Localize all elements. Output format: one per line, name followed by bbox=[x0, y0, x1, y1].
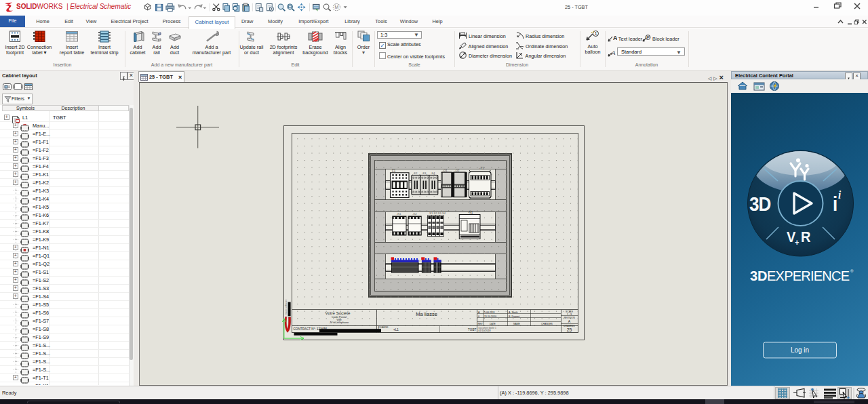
svg-text:F1: F1 bbox=[392, 169, 396, 173]
svg-text:i: i bbox=[833, 193, 837, 216]
svg-text:1 : 3: 1 : 3 bbox=[567, 313, 572, 316]
svg-text:M: M bbox=[335, 5, 339, 9]
svg-text:®: ® bbox=[850, 269, 854, 273]
svg-text:5.06.2011: 5.06.2011 bbox=[484, 311, 495, 314]
svg-text:A: A bbox=[611, 49, 616, 56]
svg-text:TGBT: TGBT bbox=[468, 328, 476, 331]
svg-text:trace software: trace software bbox=[285, 299, 288, 315]
svg-text:Document libellé 1: Document libellé 1 bbox=[479, 327, 496, 329]
svg-text:0: 0 bbox=[478, 315, 479, 318]
svg-text:NAME: NAME bbox=[513, 323, 521, 325]
svg-text:DRAWING: DRAWING bbox=[564, 325, 575, 327]
svg-text:Ma liasse: Ma liasse bbox=[416, 311, 437, 317]
svg-text:-K2: -K2 bbox=[412, 212, 417, 216]
svg-text:CHANGES: CHANGES bbox=[541, 323, 553, 325]
svg-text:P: P bbox=[646, 35, 650, 40]
svg-text:-Q1: -Q1 bbox=[443, 169, 448, 172]
svg-text:A: A bbox=[613, 35, 617, 41]
svg-text:1: 1 bbox=[594, 31, 597, 37]
svg-text:,N°tél,téléphone: ,N°tél,téléphone bbox=[330, 321, 349, 324]
svg-text:-N1: -N1 bbox=[468, 211, 473, 214]
svg-text:i: i bbox=[838, 188, 842, 201]
svg-text:R: R bbox=[801, 229, 810, 245]
svg-text:-S1-S2-S3-S4: -S1-S2-S3-S4 bbox=[429, 211, 446, 215]
svg-text:Votre Société: Votre Société bbox=[326, 310, 351, 315]
svg-text:2 DANSK: 2 DANSK bbox=[378, 326, 389, 329]
svg-text:3D: 3D bbox=[749, 193, 770, 216]
svg-text:-Q2: -Q2 bbox=[454, 169, 460, 172]
svg-text:Log in: Log in bbox=[791, 346, 809, 354]
svg-text:DATE: DATE bbox=[490, 323, 496, 325]
svg-text:-F2: -F2 bbox=[413, 171, 418, 175]
svg-text:A. Smith: A. Smith bbox=[509, 311, 518, 314]
svg-text:-F4: -F4 bbox=[431, 171, 435, 175]
svg-text:-K1: -K1 bbox=[397, 212, 401, 216]
svg-text:01/10/2018: 01/10/2018 bbox=[479, 329, 491, 332]
svg-text:-F3: -F3 bbox=[422, 171, 427, 175]
svg-text:25: 25 bbox=[567, 327, 572, 332]
svg-text:3D: 3D bbox=[750, 268, 768, 283]
svg-text:EXPERIENCE: EXPERIENCE bbox=[767, 268, 850, 283]
svg-text:+: + bbox=[795, 238, 800, 246]
svg-text:15.10.2010: 15.10.2010 bbox=[484, 315, 496, 318]
svg-text:B. Dupont: B. Dupont bbox=[509, 315, 519, 318]
svg-text:REV: REV bbox=[478, 323, 484, 325]
svg-text:+L1: +L1 bbox=[393, 328, 399, 331]
svg-text:-T1: -T1 bbox=[479, 167, 484, 170]
